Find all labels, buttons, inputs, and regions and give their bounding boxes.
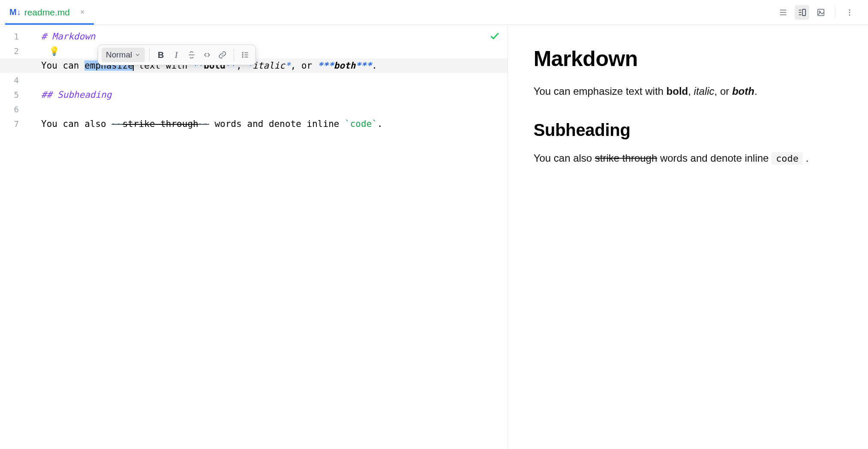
tab-filename: readme.md [24, 7, 70, 18]
code-area[interactable]: # Markdown 💡 You can emphasize text with… [41, 25, 508, 449]
file-tab[interactable]: M↓ readme.md × [5, 0, 94, 24]
preview-paragraph: You can emphasize text with bold, italic… [534, 83, 842, 99]
italic-button[interactable]: I [169, 48, 183, 62]
code-line[interactable]: ## Subheading [41, 87, 508, 102]
list-button[interactable] [238, 48, 252, 62]
toolbar-divider [149, 49, 150, 61]
floating-format-toolbar: Normal B I [98, 45, 256, 65]
view-split-button[interactable] [795, 5, 809, 20]
line-number: 6 [0, 102, 30, 117]
bold-button[interactable]: B [154, 48, 168, 62]
more-options-button[interactable] [842, 5, 857, 20]
view-preview-button[interactable] [814, 5, 828, 20]
code-line[interactable] [41, 102, 508, 117]
preview-heading-1: Markdown [534, 46, 842, 71]
svg-point-16 [243, 57, 243, 57]
preview-heading-2: Subheading [534, 121, 842, 140]
svg-point-8 [819, 11, 820, 12]
line-number: 5 [0, 87, 30, 102]
strikethrough-button[interactable] [185, 48, 198, 62]
text-style-label: Normal [106, 50, 132, 60]
tab-bar: M↓ readme.md × [0, 0, 868, 25]
chevron-down-icon [135, 52, 141, 58]
line-number: 4 [0, 73, 30, 87]
svg-point-14 [243, 54, 243, 55]
svg-point-10 [849, 12, 850, 13]
toolbar-divider [234, 49, 234, 61]
line-number-gutter: 1 2 3 4 5 6 7 [0, 25, 30, 449]
line-number: 7 [0, 117, 30, 131]
editor-pane[interactable]: 1 2 3 4 5 6 7 # Markdown 💡 You can empha… [0, 25, 508, 449]
code-line[interactable] [41, 73, 508, 87]
svg-point-11 [849, 14, 850, 15]
svg-point-12 [243, 52, 243, 53]
lightbulb-icon[interactable]: 💡 [49, 44, 60, 58]
toolbar-separator [835, 6, 835, 18]
link-button[interactable] [216, 48, 229, 62]
line-number: 1 [0, 29, 30, 44]
svg-rect-6 [802, 9, 805, 15]
markdown-file-icon: M↓ [9, 7, 21, 17]
preview-pane: Markdown You can emphasize text with bol… [508, 25, 868, 449]
line-number: 2 [0, 44, 30, 58]
view-source-button[interactable] [776, 5, 790, 20]
svg-point-9 [849, 9, 850, 10]
close-tab-button[interactable]: × [78, 7, 87, 18]
code-line[interactable]: You can also ~~strike through~~ words an… [41, 117, 508, 131]
text-style-select[interactable]: Normal [102, 48, 145, 62]
preview-paragraph: You can also strike through words and de… [534, 150, 842, 166]
code-button[interactable] [200, 48, 214, 62]
code-line[interactable]: # Markdown [41, 29, 508, 44]
